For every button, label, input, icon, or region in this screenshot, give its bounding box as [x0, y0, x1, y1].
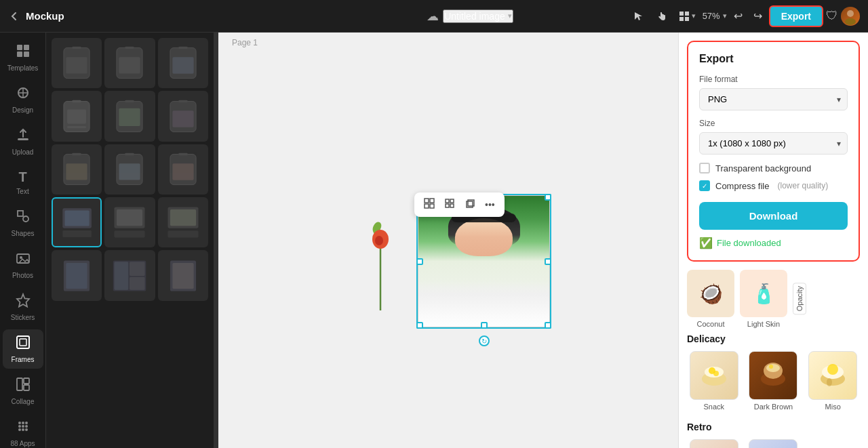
- handle-ml[interactable]: [416, 258, 423, 265]
- frame-retro2[interactable]: [747, 439, 801, 448]
- more-options-button[interactable]: •••: [481, 196, 499, 213]
- flower-decoration: [353, 202, 408, 324]
- sidebar-item-collage[interactable]: Collage: [3, 371, 43, 411]
- template-thumb-2[interactable]: [104, 38, 155, 88]
- frame-dark-brown[interactable]: Dark Brown: [747, 351, 801, 411]
- sidebar-item-photos[interactable]: Photos: [3, 245, 43, 285]
- snack-thumb: [690, 351, 738, 400]
- svg-rect-1: [685, 12, 689, 16]
- svg-rect-7: [24, 45, 29, 50]
- select-tool-button[interactable]: [629, 7, 649, 25]
- svg-rect-77: [425, 204, 429, 208]
- avatar[interactable]: [841, 7, 860, 26]
- group-button[interactable]: [440, 195, 459, 214]
- doc-title-button[interactable]: Untitled image ▾: [443, 9, 513, 23]
- retro-section-title: Retro: [687, 422, 860, 432]
- svg-point-95: [769, 365, 773, 369]
- main-layout: Templates Design Upload T Text Shapes: [0, 33, 868, 448]
- svg-rect-32: [66, 57, 87, 73]
- sidebar-item-text[interactable]: T Text: [3, 164, 43, 201]
- svg-rect-17: [20, 339, 26, 346]
- sidebar-item-upload[interactable]: Upload: [3, 122, 43, 161]
- svg-rect-81: [446, 204, 449, 207]
- size-wrapper: 1x (1080 x 1080 px) 0.5x (540 x 540 px) …: [699, 132, 848, 155]
- light-skin-label: Light Skin: [740, 320, 787, 328]
- svg-rect-53: [125, 153, 135, 155]
- design-icon: [16, 85, 31, 104]
- frame-snack[interactable]: Snack: [687, 351, 741, 411]
- svg-rect-40: [72, 100, 81, 102]
- svg-rect-0: [679, 12, 684, 16]
- undo-button[interactable]: ↩: [730, 7, 747, 25]
- file-format-select[interactable]: PNG JPG PDF SVG: [699, 88, 848, 110]
- svg-rect-71: [130, 262, 145, 276]
- delicacy-section-title: Delicacy: [687, 333, 860, 344]
- svg-rect-9: [24, 52, 29, 57]
- frame-miso[interactable]: Miso: [806, 351, 860, 411]
- rotate-handle[interactable]: ↻: [479, 335, 490, 346]
- template-thumb-13[interactable]: [52, 250, 102, 300]
- frames-icon: [16, 335, 31, 353]
- compress-checkbox[interactable]: ✓: [699, 180, 710, 191]
- template-thumb-9[interactable]: [158, 144, 208, 195]
- handle-tr[interactable]: [545, 194, 551, 201]
- svg-rect-48: [172, 110, 193, 127]
- design-label: Design: [12, 106, 33, 114]
- sidebar-item-apps[interactable]: 88 Apps: [3, 413, 43, 448]
- export-title: Export: [699, 53, 848, 65]
- template-thumb-5[interactable]: [104, 91, 155, 141]
- light-skin-item[interactable]: 🧴 Light Skin: [740, 270, 787, 328]
- zoom-button[interactable]: 57% ▾: [703, 11, 727, 21]
- handle-mr[interactable]: [545, 258, 551, 265]
- svg-rect-75: [425, 199, 429, 203]
- layout-button[interactable]: ▾: [675, 8, 700, 24]
- redo-button[interactable]: ↪: [749, 7, 766, 25]
- floating-toolbar: •••: [414, 192, 505, 217]
- svg-point-98: [827, 364, 838, 375]
- template-thumb-6[interactable]: [158, 91, 208, 141]
- template-thumb-4[interactable]: [52, 91, 102, 141]
- download-button[interactable]: Download: [699, 202, 848, 230]
- apps-icon: [16, 419, 31, 437]
- doc-title-text: Untitled image: [444, 11, 505, 22]
- canvas-area[interactable]: Page 1 •••: [218, 33, 678, 448]
- shapes-label: Shapes: [12, 230, 35, 237]
- template-thumb-7[interactable]: [52, 144, 102, 195]
- template-thumb-14[interactable]: [104, 250, 155, 300]
- sidebar-item-design[interactable]: Design: [3, 80, 43, 119]
- svg-rect-51: [66, 163, 87, 180]
- svg-rect-11: [18, 138, 28, 140]
- template-thumb-3[interactable]: [158, 38, 208, 88]
- template-thumb-12[interactable]: [158, 197, 208, 247]
- export-button[interactable]: Export: [769, 5, 823, 27]
- template-thumb-15[interactable]: [158, 250, 208, 300]
- zoom-level: 57%: [703, 11, 720, 21]
- sidebar-item-stickers[interactable]: Stickers: [3, 287, 43, 327]
- canvas-inner: •••: [292, 46, 604, 412]
- collage-icon: [16, 377, 31, 395]
- sidebar-item-shapes[interactable]: Shapes: [3, 203, 43, 243]
- template-thumb-10[interactable]: [52, 197, 102, 247]
- hand-tool-button[interactable]: [652, 7, 672, 25]
- frame-retro1[interactable]: [687, 439, 741, 448]
- sidebar-item-frames[interactable]: Frames: [3, 329, 43, 369]
- back-button[interactable]: [8, 10, 20, 22]
- template-thumb-1[interactable]: [52, 38, 102, 88]
- svg-rect-19: [24, 378, 29, 384]
- transparent-bg-checkbox[interactable]: [699, 163, 710, 174]
- svg-point-25: [22, 425, 24, 428]
- handle-br[interactable]: [545, 322, 551, 329]
- top-frame-row: 🥥 Coconut 🧴 Light Skin Opacity: [687, 270, 860, 328]
- copy-button[interactable]: [460, 195, 479, 214]
- coconut-item[interactable]: 🥥 Coconut: [687, 270, 734, 328]
- handle-bm[interactable]: [481, 322, 488, 329]
- svg-rect-44: [125, 100, 135, 102]
- template-thumb-8[interactable]: [104, 144, 155, 195]
- svg-point-99: [827, 378, 832, 386]
- size-select[interactable]: 1x (1080 x 1080 px) 0.5x (540 x 540 px) …: [699, 132, 848, 155]
- grid-button[interactable]: [420, 195, 439, 214]
- template-thumb-11[interactable]: [104, 197, 155, 247]
- svg-rect-41: [67, 109, 86, 123]
- sidebar-item-templates[interactable]: Templates: [3, 38, 43, 77]
- handle-bl[interactable]: [416, 322, 423, 329]
